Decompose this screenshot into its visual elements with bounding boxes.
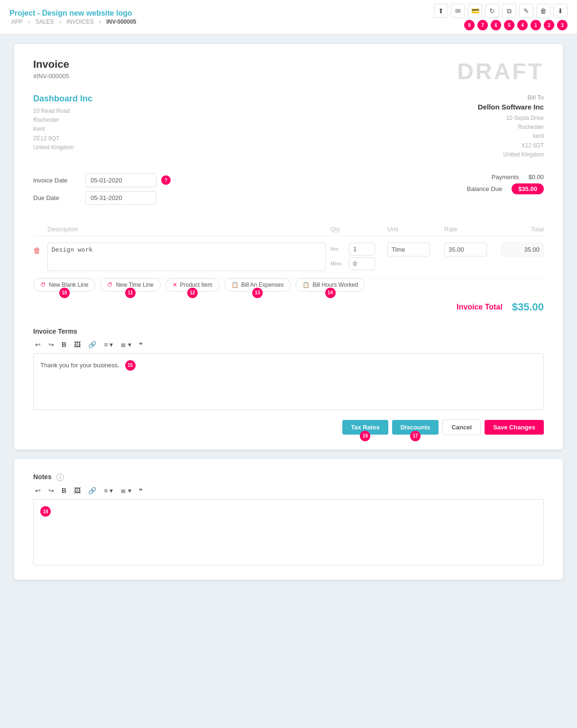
redo-button[interactable]: ↪ <box>46 340 56 349</box>
topbar-left: Project - Design new website logo APP › … <box>9 9 138 25</box>
notes-content-badge[interactable]: 19 <box>40 506 51 517</box>
mins-label: Mins <box>330 261 347 266</box>
ordered-list-button[interactable]: ≣ ▾ <box>119 340 133 349</box>
new-blank-line-badge[interactable]: 10 <box>59 288 70 298</box>
unordered-list-button[interactable]: ≡ ▾ <box>102 340 115 349</box>
breadcrumb-app[interactable]: APP <box>11 18 23 25</box>
download-icon[interactable]: ⬇ <box>553 4 568 18</box>
new-blank-line-icon: ⏱ <box>40 282 46 288</box>
table-cell-description: Design work <box>47 243 326 273</box>
delete-row-icon[interactable]: 🗑 <box>33 243 47 255</box>
table-cell-qty: Hrs Mins <box>326 243 383 270</box>
bill-expenses-label: Bill An Expenses <box>241 282 284 288</box>
bill-hours-badge[interactable]: 14 <box>325 288 336 298</box>
notes-info-icon[interactable]: i <box>56 473 64 481</box>
terms-editor-area[interactable]: Thank you for your business. 15 <box>33 353 544 410</box>
bill-to-line2: Rochester <box>478 123 544 132</box>
terms-text-badge[interactable]: 15 <box>125 360 136 371</box>
notes-undo-button[interactable]: ↩ <box>33 486 43 495</box>
credit-card-icon[interactable]: 💳 <box>468 4 482 18</box>
notes-quote-button[interactable]: ❝ <box>137 486 145 495</box>
qty-mins-input[interactable] <box>349 257 375 270</box>
company-address: 10 Read Road Rochester Kent ZE12 8QT Uni… <box>33 107 92 152</box>
bill-hours-label: Bill Hours Worked <box>312 282 358 288</box>
breadcrumb-sales[interactable]: SALES <box>36 18 54 25</box>
product-item-wrapper: ✕ Product Item 12 <box>165 278 220 291</box>
invoice-date-row: Invoice Date ? <box>33 173 171 187</box>
bill-to-line1: 10 Septa Drive <box>478 114 544 123</box>
company-name[interactable]: Dashboard Inc <box>33 94 92 104</box>
payments-label: Payments <box>492 173 519 181</box>
new-time-line-label: New Time Line <box>116 282 153 288</box>
notes-redo-button[interactable]: ↪ <box>46 486 56 495</box>
copy-icon[interactable]: ⧉ <box>502 4 516 18</box>
description-input[interactable]: Design work <box>47 243 326 271</box>
product-item-badge[interactable]: 12 <box>187 288 198 298</box>
rate-input[interactable] <box>444 243 487 256</box>
quote-button[interactable]: ❝ <box>137 340 145 349</box>
new-time-line-wrapper: ⏱ New Time Line 11 <box>100 278 160 291</box>
payments-section: Payments $0.00 Balance Due $35.00 <box>467 173 544 197</box>
notes-image-button[interactable]: 🖼 <box>72 486 82 495</box>
invoice-date-input[interactable] <box>85 173 156 187</box>
refresh-icon[interactable]: ↻ <box>485 4 499 18</box>
invoice-total-label: Invoice Total <box>457 303 503 311</box>
qty-hrs-row: Hrs <box>330 243 383 255</box>
mail-icon[interactable]: ✉ <box>451 4 465 18</box>
notes-link-button[interactable]: 🔗 <box>86 486 98 495</box>
project-title[interactable]: Project - Design new website logo <box>9 9 138 18</box>
company-address-line1: 10 Read Road <box>33 107 92 116</box>
notes-unordered-list-button[interactable]: ≡ ▾ <box>102 486 115 495</box>
invoice-terms-title: Invoice Terms <box>33 328 544 335</box>
topbar-icons: ⬆ ✉ 💳 ↻ ⧉ ✎ 🗑 ⬇ 8 7 6 5 4 1 2 3 <box>434 4 568 30</box>
notes-bold-button[interactable]: B <box>60 486 68 495</box>
due-date-row: Due Date <box>33 191 171 205</box>
bill-to-address: 10 Septa Drive Rochester kent X12 6DT Un… <box>478 114 544 159</box>
bill-expenses-badge[interactable]: 13 <box>252 288 263 298</box>
breadcrumb-invoices[interactable]: INVOICES <box>66 18 93 25</box>
due-date-input[interactable] <box>85 191 156 205</box>
invoice-date-help-badge[interactable]: ? <box>161 175 171 185</box>
notes-ordered-list-button[interactable]: ≣ ▾ <box>119 486 133 495</box>
share-icon[interactable]: ⬆ <box>434 4 448 18</box>
bill-to-line4: X12 6DT <box>478 141 544 150</box>
badge-7[interactable]: 7 <box>477 20 488 30</box>
link-button[interactable]: 🔗 <box>86 340 98 349</box>
icon-row: ⬆ ✉ 💳 ↻ ⧉ ✎ 🗑 ⬇ <box>434 4 568 18</box>
bill-hours-wrapper: 📋 Bill Hours Worked 14 <box>295 278 365 291</box>
undo-button[interactable]: ↩ <box>33 340 43 349</box>
tax-rates-badge[interactable]: 16 <box>360 431 370 441</box>
payments-value: $0.00 <box>528 173 544 181</box>
notes-editor-area[interactable]: 19 <box>33 499 544 565</box>
topbar: Project - Design new website logo APP › … <box>0 0 577 35</box>
invoice-header: Invoice #INV-000005 DRAFT <box>33 58 544 84</box>
new-blank-line-label: New Blank Line <box>49 282 88 288</box>
cancel-button[interactable]: Cancel <box>442 419 481 435</box>
edit-icon[interactable]: ✎ <box>519 4 533 18</box>
badge-3[interactable]: 3 <box>557 20 568 30</box>
save-button[interactable]: Save Changes <box>485 420 544 435</box>
table-header-qty: Qty <box>326 226 383 233</box>
trash-icon[interactable]: 🗑 <box>536 4 550 18</box>
qty-hrs-input[interactable] <box>349 243 375 255</box>
discounts-badge[interactable]: 17 <box>410 431 421 441</box>
notes-title: Notes i <box>33 473 544 481</box>
badge-8[interactable]: 8 <box>464 20 475 30</box>
image-button[interactable]: 🖼 <box>72 340 82 349</box>
notes-editor-toolbar: ↩ ↪ B 🖼 🔗 ≡ ▾ ≣ ▾ ❝ <box>33 486 544 495</box>
invoice-terms-section: Invoice Terms ↩ ↪ B 🖼 🔗 ≡ ▾ ≣ ▾ ❝ Thank … <box>33 328 544 410</box>
draft-label: DRAFT <box>457 58 544 84</box>
bill-expenses-icon: 📋 <box>231 282 238 288</box>
badge-2[interactable]: 2 <box>544 20 554 30</box>
badge-1[interactable]: 1 <box>531 20 541 30</box>
bill-to-name: Dellon Software Inc <box>478 103 544 111</box>
unit-input[interactable] <box>387 243 430 256</box>
badge-4[interactable]: 4 <box>517 20 528 30</box>
badge-6[interactable]: 6 <box>491 20 501 30</box>
badge-5[interactable]: 5 <box>504 20 514 30</box>
new-time-line-badge[interactable]: 11 <box>125 288 136 298</box>
table-header-rate: Rate <box>440 226 496 233</box>
table-row: 🗑 Design work Hrs Mins <box>33 238 544 278</box>
bold-button[interactable]: B <box>60 340 68 349</box>
bill-to-line3: kent <box>478 132 544 141</box>
